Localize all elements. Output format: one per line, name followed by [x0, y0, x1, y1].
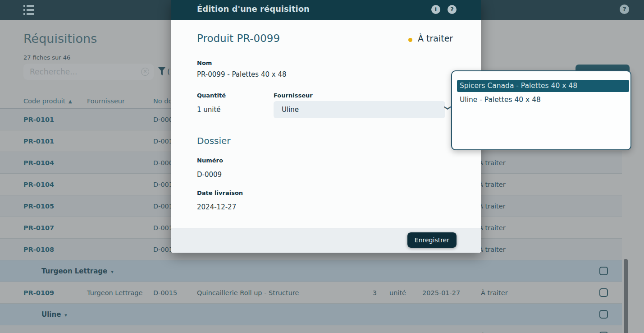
sort-asc-icon[interactable]: ▲ [69, 99, 72, 104]
row-status: À traiter [479, 224, 506, 231]
chevron-down-icon[interactable]: ▾ [111, 269, 114, 275]
modal-header: Édition d'une réquisition i ? [171, 0, 481, 20]
select-caret-icon: ❯ [444, 105, 452, 111]
row-code: PR-0109 [23, 289, 54, 296]
row-code: PR-0101 [23, 116, 54, 123]
col-code[interactable]: Code produit [23, 97, 66, 105]
row-qty: 3 [361, 289, 377, 296]
status-dot-icon [408, 38, 412, 42]
row-code: PR-0108 [23, 246, 54, 253]
dossier-section-title: Dossier [197, 135, 231, 146]
col-fournisseur[interactable]: Fournisseur [87, 97, 125, 105]
row-code: PR-0107 [23, 224, 54, 231]
edit-requisition-modal: Édition d'une réquisition i ? Produit PR… [171, 0, 481, 253]
menu-icon[interactable] [23, 5, 35, 15]
row-checkbox[interactable] [599, 267, 608, 275]
modal-footer: Enregistrer [171, 228, 481, 253]
fournisseur-select[interactable]: Uline [274, 101, 445, 118]
nom-value: PR-0099 - Palettes 40 x 48 [197, 70, 287, 79]
dropdown-option[interactable]: Spicers Canada - Palettes 40 x 48 [457, 80, 629, 92]
group-row-turgeon[interactable]: Turgeon Lettrage▾ [0, 260, 622, 282]
row-dossier: D-0015 [153, 289, 177, 296]
nom-label: Nom [197, 60, 212, 66]
search-input[interactable] [23, 64, 154, 80]
vertical-scrollbar[interactable] [624, 259, 628, 333]
quantite-value: 1 unité [197, 106, 221, 114]
numero-value: D-0009 [197, 171, 222, 179]
row-unit: unité [389, 289, 406, 296]
row-checkbox[interactable] [599, 288, 608, 297]
filter-icon[interactable] [158, 67, 165, 75]
clear-search-icon[interactable]: × [141, 68, 149, 76]
search-box[interactable]: × [23, 64, 154, 80]
row-code: PR-0104 [23, 181, 54, 188]
row-status: À traiter [481, 289, 508, 296]
help-icon[interactable]: ? [620, 5, 629, 14]
row-code: PR-0101 [23, 138, 54, 145]
page-title: Réquisitions [23, 32, 97, 46]
date-livraison-value: 2024-12-27 [197, 203, 236, 211]
row-status: À traiter [479, 203, 506, 210]
chevron-down-icon[interactable]: ▾ [64, 312, 67, 318]
records-summary: 27 fiches sur 46 [23, 54, 70, 61]
row-code: PR-0104 [23, 159, 54, 166]
info-icon[interactable]: i [431, 5, 440, 14]
row-checkbox[interactable] [599, 310, 608, 319]
row-date: 2025-01-27 [422, 289, 460, 296]
app-canvas: ? Réquisitions 27 fiches sur 46 × (1 Cod… [0, 0, 644, 333]
status-badge: À traiter [418, 33, 453, 43]
row-status: À traiter [479, 159, 506, 166]
row-code: PR-0105 [23, 203, 54, 210]
help-icon[interactable]: ? [448, 5, 457, 14]
table-row[interactable]: PR-0109 Turgeon Lettrage D-0015 Quincail… [0, 282, 622, 304]
row-fournisseur: Turgeon Lettrage [87, 289, 142, 296]
row-status: À traiter [479, 181, 506, 188]
fournisseur-label: Fournisseur [274, 92, 313, 99]
table-row[interactable]: PR-0096 Uline D-0009 Boîtes d'expédition… [0, 325, 622, 333]
group-row-uline[interactable]: Uline▾ [0, 304, 622, 325]
quantite-label: Quantité [197, 92, 226, 99]
group-label: Turgeon Lettrage▾ [41, 267, 114, 275]
numero-label: Numéro [197, 157, 223, 164]
modal-title: Édition d'une réquisition [197, 4, 310, 14]
row-nom: Quincaillerie Roll up - Structure [197, 289, 299, 296]
fournisseur-dropdown: Spicers Canada - Palettes 40 x 48 Uline … [451, 70, 631, 150]
save-button[interactable]: Enregistrer [407, 232, 457, 248]
row-status: À traiter [479, 246, 506, 253]
group-label: Uline▾ [41, 310, 67, 319]
date-livraison-label: Date livraison [197, 190, 243, 196]
product-title: Produit PR-0099 [197, 32, 280, 44]
dropdown-option[interactable]: Uline - Palettes 40 x 48 [457, 94, 629, 106]
